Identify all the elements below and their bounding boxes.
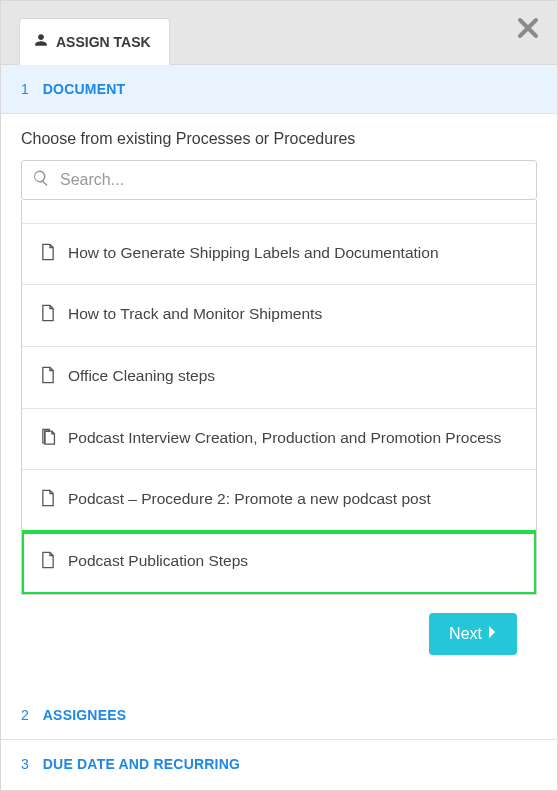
documents-icon [40,427,56,452]
list-item-label: Podcast – Procedure 2: Promote a new pod… [68,488,431,510]
document-icon [40,550,56,575]
search-icon [32,169,50,191]
assign-task-modal: ASSIGN TASK 1 DOCUMENT Choose from exist… [0,0,558,791]
list-item-label: How To Create a YouTube Thumbnail in Can… [68,200,390,202]
list-item-label: How to Track and Monitor Shipments [68,303,322,325]
list-item[interactable]: Podcast – Procedure 2: Promote a new pod… [22,470,536,532]
list-item[interactable]: Office Cleaning steps [22,347,536,409]
list-item-label: Office Cleaning steps [68,365,215,387]
step-2-title: ASSIGNEES [43,707,127,723]
tab-label: ASSIGN TASK [56,34,151,50]
step-3-title: DUE DATE AND RECURRING [43,756,240,772]
document-icon [40,200,56,205]
next-button[interactable]: Next [429,613,517,655]
modal-header: ASSIGN TASK [1,1,557,65]
list-item[interactable]: Podcast Interview Creation, Production a… [22,409,536,471]
search-field-wrap[interactable] [21,160,537,200]
user-icon [34,33,48,50]
step-2-header[interactable]: 2 ASSIGNEES [1,691,557,740]
step-1-number: 1 [21,81,29,97]
list-item-label: Podcast Interview Creation, Production a… [68,427,501,449]
list-item[interactable]: How to Track and Monitor Shipments [22,285,536,347]
close-button[interactable] [513,15,543,45]
step-3-header[interactable]: 3 DUE DATE AND RECURRING [1,740,557,788]
chevron-right-icon [488,625,497,643]
step-2-number: 2 [21,707,29,723]
next-button-label: Next [449,625,482,643]
list-item[interactable]: Podcast Publication Steps [22,532,536,594]
document-icon [40,488,56,513]
search-input[interactable] [60,171,526,189]
next-row: Next [21,595,537,673]
step-1-body: Choose from existing Processes or Proced… [1,114,557,691]
step-1-header[interactable]: 1 DOCUMENT [1,65,557,114]
list-item[interactable]: How to Generate Shipping Labels and Docu… [22,224,536,286]
list-item-label: How to Generate Shipping Labels and Docu… [68,242,439,264]
document-icon [40,365,56,390]
assign-task-tab[interactable]: ASSIGN TASK [19,18,170,65]
document-icon [40,242,56,267]
document-icon [40,303,56,328]
choose-label: Choose from existing Processes or Proced… [21,130,537,148]
close-icon [516,16,540,44]
process-list-scroll[interactable]: How To Create a YouTube Thumbnail in Can… [22,200,536,594]
list-item[interactable]: How To Create a YouTube Thumbnail in Can… [22,200,536,224]
step-3-number: 3 [21,756,29,772]
step-1-title: DOCUMENT [43,81,125,97]
process-list: How To Create a YouTube Thumbnail in Can… [21,200,537,595]
list-item-label: Podcast Publication Steps [68,550,248,572]
